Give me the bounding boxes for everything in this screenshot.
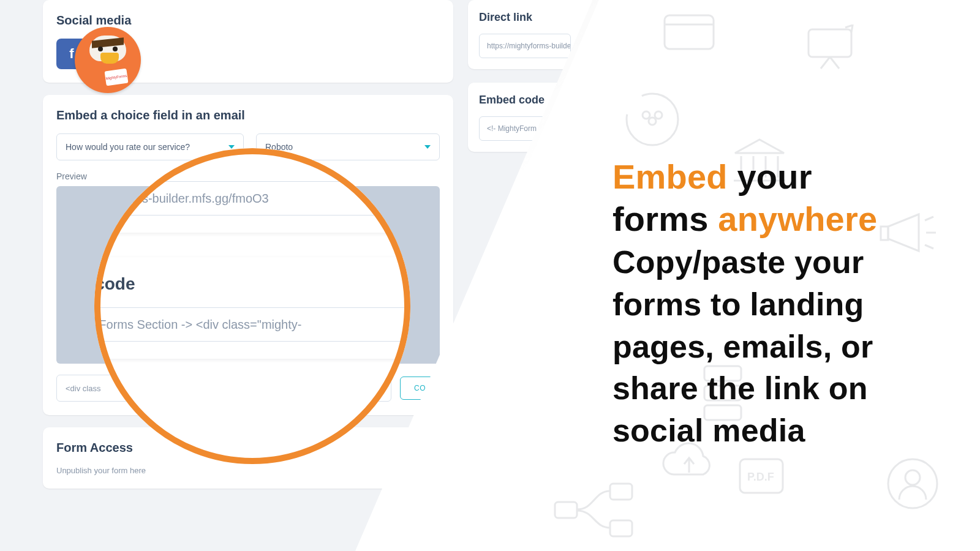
svg-rect-2 bbox=[809, 29, 851, 57]
svg-rect-20 bbox=[555, 502, 577, 518]
hero-word-anywhere: anywhere bbox=[718, 200, 877, 238]
doodle-team-cycle-icon bbox=[619, 86, 686, 153]
magnifier-embed-code-title: Embed code bbox=[94, 274, 410, 294]
direct-link-input[interactable]: https://mightyforms-builde bbox=[479, 34, 571, 58]
svg-point-18 bbox=[888, 459, 937, 508]
svg-point-6 bbox=[649, 118, 656, 125]
doodle-profile-icon bbox=[882, 453, 943, 514]
svg-point-4 bbox=[643, 111, 650, 119]
question-dropdown-value: How would you rate our service? bbox=[66, 142, 190, 152]
hero-word-your: your bbox=[737, 157, 812, 196]
form-access-subtitle: Unpublish your form here bbox=[56, 466, 440, 475]
chevron-down-icon bbox=[424, 145, 431, 149]
hero-word-forms: forms bbox=[612, 200, 709, 238]
svg-rect-22 bbox=[610, 520, 632, 536]
hero-word-embed: Embed bbox=[612, 157, 728, 196]
doodle-presentation-icon bbox=[802, 24, 858, 73]
hero-text: Embed your forms anywhere Copy/paste you… bbox=[612, 156, 943, 451]
chevron-down-icon bbox=[228, 145, 235, 149]
embed-email-title: Embed a choice field in an email bbox=[56, 108, 440, 122]
svg-rect-0 bbox=[665, 15, 714, 49]
mascot-avatar: MightyForms bbox=[75, 27, 141, 93]
doodle-browser-icon bbox=[662, 12, 717, 55]
magnifier-highlight: How ect link https://mightyforms-builder… bbox=[94, 148, 410, 464]
svg-point-3 bbox=[627, 94, 678, 145]
doodle-pdf-icon: P.D.F bbox=[735, 453, 796, 502]
svg-point-5 bbox=[655, 111, 662, 119]
hero-body-text: Copy/paste your forms to landing pages, … bbox=[612, 244, 873, 449]
svg-rect-21 bbox=[610, 484, 632, 500]
mascot-sign-icon: MightyForms bbox=[105, 69, 129, 86]
doodle-flow-icon bbox=[551, 478, 637, 545]
facebook-icon: f bbox=[69, 46, 74, 62]
magnifier-embed-code-input[interactable]: <!- MightyForms Section -> <div class="m… bbox=[94, 307, 410, 342]
svg-text:P.D.F: P.D.F bbox=[747, 471, 774, 483]
social-media-title: Social media bbox=[56, 13, 440, 28]
svg-point-19 bbox=[905, 470, 920, 485]
